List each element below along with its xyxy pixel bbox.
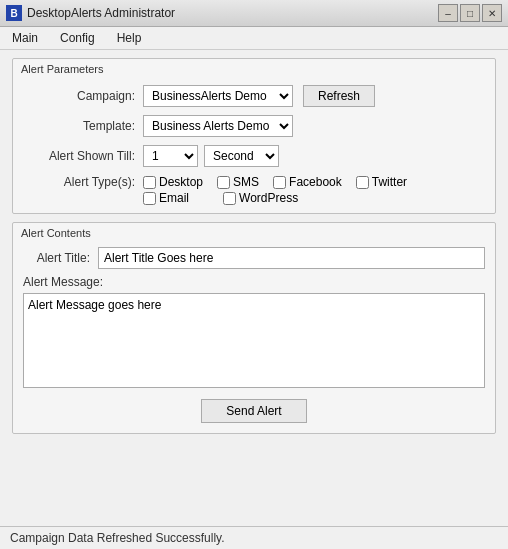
close-button[interactable]: ✕	[482, 4, 502, 22]
checkbox-sms[interactable]: SMS	[217, 175, 259, 189]
alert-types-row: Alert Type(s): Desktop SMS Facebook	[23, 175, 485, 189]
checkbox-wordpress[interactable]: WordPress	[223, 191, 298, 205]
menu-config[interactable]: Config	[54, 29, 101, 47]
desktop-checkbox[interactable]	[143, 176, 156, 189]
refresh-button[interactable]: Refresh	[303, 85, 375, 107]
template-select[interactable]: Business Alerts Demo	[143, 115, 293, 137]
template-row: Template: Business Alerts Demo	[23, 115, 485, 137]
alert-types-label: Alert Type(s):	[23, 175, 143, 189]
alert-message-container	[23, 293, 485, 391]
wordpress-label: WordPress	[239, 191, 298, 205]
title-bar-left: B DesktopAlerts Administrator	[6, 5, 175, 21]
status-bar: Campaign Data Refreshed Successfully.	[0, 526, 508, 549]
alert-message-label: Alert Message:	[23, 275, 485, 289]
facebook-label: Facebook	[289, 175, 342, 189]
send-row: Send Alert	[23, 399, 485, 423]
title-bar-controls[interactable]: – □ ✕	[438, 4, 502, 22]
twitter-checkbox[interactable]	[356, 176, 369, 189]
desktop-label: Desktop	[159, 175, 203, 189]
email-checkbox[interactable]	[143, 192, 156, 205]
alert-message-group: Alert Message:	[23, 275, 485, 391]
campaign-row: Campaign: BusinessAlerts Demo Refresh	[23, 85, 485, 107]
alert-parameters-title: Alert Parameters	[13, 59, 495, 77]
alert-contents-panel: Alert Contents Alert Title: Alert Messag…	[12, 222, 496, 434]
title-bar-title: DesktopAlerts Administrator	[27, 6, 175, 20]
alert-types-group1: Desktop SMS Facebook Twitter	[143, 175, 415, 189]
menu-bar: Main Config Help	[0, 27, 508, 50]
campaign-select[interactable]: BusinessAlerts Demo	[143, 85, 293, 107]
email-label: Email	[159, 191, 189, 205]
alert-parameters-content: Campaign: BusinessAlerts Demo Refresh Te…	[13, 77, 495, 213]
status-message: Campaign Data Refreshed Successfully.	[10, 531, 225, 545]
facebook-checkbox[interactable]	[273, 176, 286, 189]
alert-title-label: Alert Title:	[23, 251, 98, 265]
alert-shown-till-row: Alert Shown Till: 1 Second	[23, 145, 485, 167]
alert-contents-title: Alert Contents	[13, 223, 495, 241]
send-alert-button[interactable]: Send Alert	[201, 399, 306, 423]
checkbox-facebook[interactable]: Facebook	[273, 175, 342, 189]
template-label: Template:	[23, 119, 143, 133]
title-bar: B DesktopAlerts Administrator – □ ✕	[0, 0, 508, 27]
main-content: Alert Parameters Campaign: BusinessAlert…	[0, 50, 508, 442]
campaign-label: Campaign:	[23, 89, 143, 103]
alert-parameters-panel: Alert Parameters Campaign: BusinessAlert…	[12, 58, 496, 214]
alert-shown-till-num-select[interactable]: 1	[143, 145, 198, 167]
alert-title-input[interactable]	[98, 247, 485, 269]
checkbox-email[interactable]: Email	[143, 191, 189, 205]
checkbox-twitter[interactable]: Twitter	[356, 175, 407, 189]
sms-checkbox[interactable]	[217, 176, 230, 189]
maximize-button[interactable]: □	[460, 4, 480, 22]
alert-types-row2: Email WordPress	[143, 191, 485, 205]
alert-message-input[interactable]	[23, 293, 485, 388]
alert-title-row: Alert Title:	[23, 247, 485, 269]
alert-shown-till-label: Alert Shown Till:	[23, 149, 143, 163]
alert-contents-content: Alert Title: Alert Message: Send Alert	[13, 241, 495, 433]
app-icon: B	[6, 5, 22, 21]
checkbox-desktop[interactable]: Desktop	[143, 175, 203, 189]
menu-help[interactable]: Help	[111, 29, 148, 47]
alert-shown-till-unit-select[interactable]: Second	[204, 145, 279, 167]
sms-label: SMS	[233, 175, 259, 189]
wordpress-checkbox[interactable]	[223, 192, 236, 205]
minimize-button[interactable]: –	[438, 4, 458, 22]
menu-main[interactable]: Main	[6, 29, 44, 47]
twitter-label: Twitter	[372, 175, 407, 189]
